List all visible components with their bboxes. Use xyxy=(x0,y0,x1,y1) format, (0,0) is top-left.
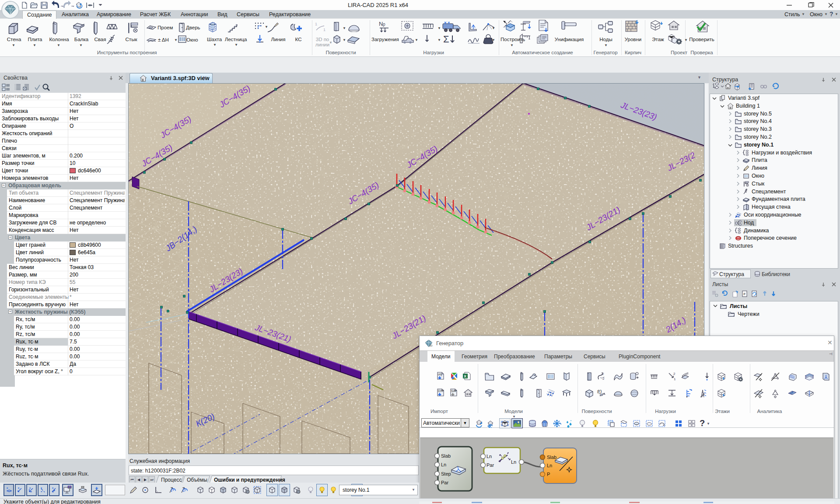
svg-text:Ln: Ln xyxy=(486,454,492,459)
svg-text:Ln: Ln xyxy=(547,463,552,468)
svg-text:Ln: Ln xyxy=(441,462,446,467)
svg-text:1: 1 xyxy=(323,28,326,32)
svg-text:y: y xyxy=(184,488,186,492)
svg-text:3D: 3D xyxy=(429,344,433,347)
svg-text:DXF: DXF xyxy=(438,389,444,392)
svg-text:1: 1 xyxy=(674,377,676,381)
svg-text:Ln: Ln xyxy=(511,459,516,465)
svg-text:Σ: Σ xyxy=(443,34,449,45)
svg-text:SAF: SAF xyxy=(451,389,457,392)
svg-text:Slab: Slab xyxy=(441,453,451,458)
svg-text:X: X xyxy=(464,374,466,378)
svg-text:Slab: Slab xyxy=(547,455,556,460)
svg-text:1: 1 xyxy=(315,22,317,26)
svg-text:2: 2 xyxy=(602,372,604,376)
svg-text:o: o xyxy=(383,22,385,27)
svg-text:Par: Par xyxy=(486,462,494,468)
svg-text:2: 2 xyxy=(673,372,676,376)
svg-text:#: # xyxy=(743,292,746,296)
svg-text:N: N xyxy=(379,21,383,27)
svg-text:obj: obj xyxy=(438,373,442,376)
svg-text:Par: Par xyxy=(441,480,448,485)
svg-text:P: P xyxy=(547,472,550,477)
svg-text:x: x xyxy=(172,488,175,492)
svg-text:f(): f() xyxy=(597,389,602,394)
svg-text:Step: Step xyxy=(441,471,451,476)
